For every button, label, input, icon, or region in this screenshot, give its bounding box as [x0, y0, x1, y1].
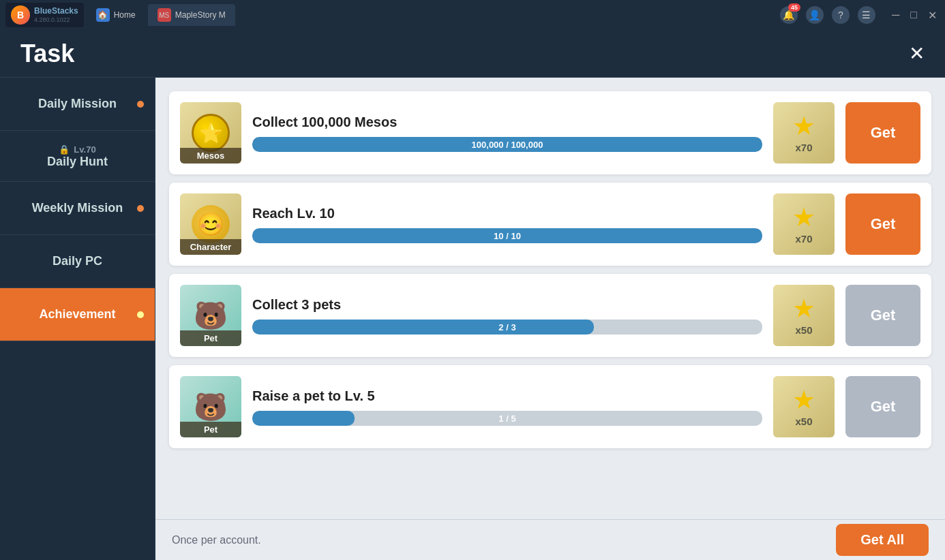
- get-button-pets[interactable]: Get: [845, 285, 920, 346]
- menu-icon[interactable]: ☰: [858, 6, 875, 24]
- window-controls: ─ □ ✕: [889, 7, 940, 23]
- main-area: Task ✕ Daily Mission 🔒 Lv.70 Daily Hunt …: [0, 30, 945, 560]
- task-card-pets: 🐻 Pet Collect 3 pets 2 / 3 ★ x50: [169, 274, 931, 357]
- mesos-icon: ⭐: [192, 114, 230, 152]
- page-title: Task: [20, 40, 74, 68]
- logo-text: BlueStacks 4.280.0.1022: [34, 7, 78, 22]
- task-title-mesos: Collect 100,000 Mesos: [252, 114, 762, 130]
- daily-mission-dot: [137, 101, 144, 108]
- sidebar-label-daily-hunt: Daily Hunt: [47, 155, 108, 168]
- tab-maplestory[interactable]: MS MapleStory M: [148, 4, 235, 26]
- footer-note: Once per account.: [172, 534, 261, 546]
- sidebar-item-achievement[interactable]: Achievement: [0, 288, 155, 341]
- game-tab-icon: MS: [158, 8, 171, 22]
- reward-count-character: x70: [795, 233, 812, 245]
- sidebar-item-daily-mission[interactable]: Daily Mission: [0, 78, 155, 131]
- task-image-pets: 🐻 Pet: [180, 285, 241, 346]
- task-image-pet-level: 🐻 Pet: [180, 376, 241, 437]
- task-main-pets: Collect 3 pets 2 / 3: [252, 297, 762, 335]
- notification-badge[interactable]: 🔔 45: [780, 6, 798, 24]
- progress-text-mesos: 100,000 / 100,000: [472, 139, 543, 149]
- title-bar: B BlueStacks 4.280.0.1022 🏠 Home MS Mapl…: [0, 0, 945, 30]
- user-icon[interactable]: 👤: [806, 6, 824, 24]
- sidebar-item-daily-hunt[interactable]: 🔒 Lv.70 Daily Hunt: [0, 131, 155, 182]
- progress-bar-mesos: 100,000 / 100,000: [252, 137, 762, 152]
- help-icon[interactable]: ?: [832, 6, 850, 24]
- app-version: 4.280.0.1022: [34, 16, 78, 23]
- content-layout: Daily Mission 🔒 Lv.70 Daily Hunt Weekly …: [0, 78, 945, 560]
- task-image-label-mesos: Mesos: [180, 148, 241, 164]
- task-title-pets: Collect 3 pets: [252, 297, 762, 313]
- task-card-mesos: ⭐ Mesos Collect 100,000 Mesos 100,000 / …: [169, 91, 931, 174]
- task-image-label-pets: Pet: [180, 330, 241, 346]
- home-tab-label: Home: [114, 10, 136, 20]
- sidebar-label-daily-pc: Daily PC: [52, 254, 102, 268]
- task-reward-pets: ★ x50: [773, 285, 835, 346]
- sidebar-label-achievement: Achievement: [39, 307, 115, 321]
- achievement-dot: [137, 311, 144, 318]
- home-tab-icon: 🏠: [96, 8, 110, 22]
- lock-icon: 🔒: [59, 144, 70, 155]
- footer-bar: Once per account. Get All: [155, 519, 945, 560]
- weekly-mission-dot: [137, 205, 144, 212]
- progress-fill-pet-level: [252, 411, 355, 426]
- tab-home[interactable]: 🏠 Home: [87, 4, 145, 26]
- progress-bar-pet-level: 1 / 5: [252, 411, 762, 426]
- task-image-label-pet-level: Pet: [180, 422, 241, 437]
- bluestacks-logo: B BlueStacks 4.280.0.1022: [5, 3, 84, 27]
- task-title-character: Reach Lv. 10: [252, 206, 762, 221]
- window-close-button[interactable]: ✕: [925, 7, 940, 23]
- panel-wrapper: ⭐ Mesos Collect 100,000 Mesos 100,000 / …: [155, 78, 945, 560]
- reward-count-pet-level: x50: [795, 416, 812, 427]
- level-label: Lv.70: [74, 144, 95, 155]
- get-button-character[interactable]: Get: [845, 193, 920, 255]
- progress-fill-pets: [252, 320, 594, 335]
- task-image-label-character: Character: [180, 239, 241, 255]
- reward-star-pet-level: ★: [792, 387, 815, 413]
- progress-bar-character: 10 / 10: [252, 228, 762, 243]
- tasks-panel: ⭐ Mesos Collect 100,000 Mesos 100,000 / …: [155, 78, 945, 519]
- get-button-pet-level[interactable]: Get: [845, 376, 920, 437]
- task-main-character: Reach Lv. 10 10 / 10: [252, 206, 762, 243]
- sidebar-label-weekly-mission: Weekly Mission: [32, 201, 123, 215]
- reward-star-character: ★: [792, 204, 815, 230]
- game-tab-label: MapleStory M: [175, 10, 226, 20]
- get-all-button[interactable]: Get All: [836, 524, 929, 556]
- task-main-pet-level: Raise a pet to Lv. 5 1 / 5: [252, 388, 762, 426]
- progress-bar-pets: 2 / 3: [252, 320, 762, 335]
- progress-text-pet-level: 1 / 5: [498, 413, 515, 423]
- title-bar-controls: 🔔 45 👤 ? ☰ ─ □ ✕: [780, 6, 940, 24]
- dialog-close-button[interactable]: ✕: [904, 42, 929, 66]
- reward-star-mesos: ★: [792, 113, 815, 139]
- task-reward-pet-level: ★ x50: [773, 376, 835, 437]
- task-image-character: 😊 Character: [180, 193, 241, 255]
- reward-star-pets: ★: [792, 296, 815, 322]
- reward-count-mesos: x70: [795, 142, 812, 153]
- logo-icon: B: [11, 5, 30, 25]
- app-name: BlueStacks: [34, 7, 78, 16]
- get-button-mesos[interactable]: Get: [845, 102, 920, 164]
- sidebar-label-daily-mission: Daily Mission: [38, 97, 117, 110]
- reward-count-pets: x50: [795, 324, 812, 336]
- progress-text-character: 10 / 10: [494, 230, 521, 240]
- daily-hunt-level: 🔒 Lv.70: [11, 144, 144, 155]
- task-image-mesos: ⭐ Mesos: [180, 102, 241, 164]
- task-card-character: 😊 Character Reach Lv. 10 10 / 10 ★ x70: [169, 183, 931, 266]
- sidebar: Daily Mission 🔒 Lv.70 Daily Hunt Weekly …: [0, 78, 155, 560]
- minimize-button[interactable]: ─: [889, 7, 902, 23]
- character-icon: 😊: [192, 205, 230, 243]
- pet-icon-2: 🐻: [192, 388, 230, 426]
- sidebar-item-daily-pc[interactable]: Daily PC: [0, 235, 155, 288]
- sidebar-item-weekly-mission[interactable]: Weekly Mission: [0, 182, 155, 235]
- task-card-pet-level: 🐻 Pet Raise a pet to Lv. 5 1 / 5 ★ x50: [169, 365, 931, 448]
- progress-text-pets: 2 / 3: [498, 322, 515, 332]
- app-header: Task ✕: [0, 30, 945, 78]
- task-title-pet-level: Raise a pet to Lv. 5: [252, 388, 762, 404]
- task-main-mesos: Collect 100,000 Mesos 100,000 / 100,000: [252, 114, 762, 152]
- notif-count: 45: [788, 3, 800, 12]
- task-reward-character: ★ x70: [773, 193, 835, 255]
- maximize-button[interactable]: □: [907, 7, 920, 23]
- task-reward-mesos: ★ x70: [773, 102, 835, 164]
- pet-icon-1: 🐻: [192, 296, 230, 335]
